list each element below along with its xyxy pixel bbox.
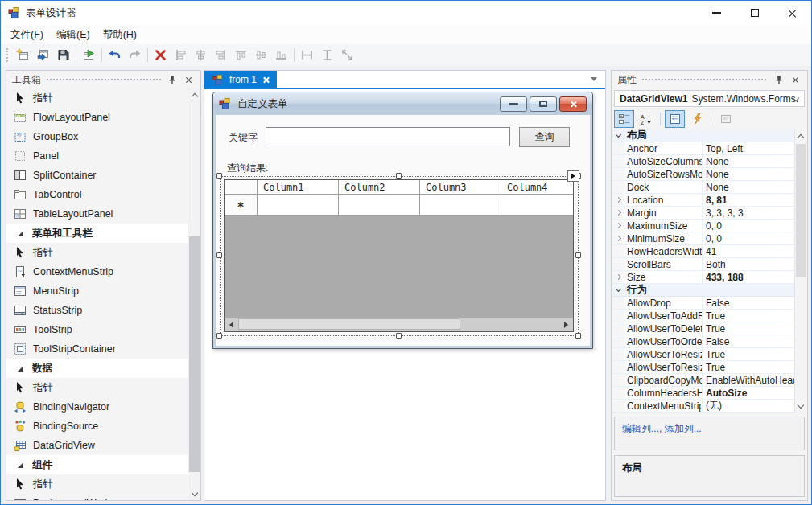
delete-button[interactable] [150, 46, 171, 64]
expand-chevron-icon[interactable] [615, 197, 620, 203]
grid-row-header[interactable]: * [225, 195, 258, 216]
categorized-button[interactable] [614, 110, 634, 128]
grid-column-header[interactable]: Column1 [258, 180, 339, 195]
property-row[interactable]: ScrollBarsBoth [612, 258, 794, 271]
toolbox-item-bindingnavigator[interactable]: BindingNavigator [6, 397, 188, 417]
resize-handle[interactable] [216, 333, 222, 339]
toolbox-item-pointer[interactable]: 指针 [6, 378, 188, 397]
scroll-up-icon[interactable] [188, 90, 200, 102]
form-client-area[interactable]: 关键字 查询 查询结果: Column1 Column2 Column3 Col… [216, 115, 590, 346]
properties-scrollbar[interactable] [794, 129, 806, 413]
grid-column-header[interactable]: Column2 [339, 180, 420, 195]
property-row[interactable]: ContextMenuStrip(无) [612, 400, 794, 413]
properties-header[interactable]: 属性 [612, 71, 807, 88]
keyword-input[interactable] [266, 127, 510, 146]
object-selector[interactable]: DataGridView1 System.Windows.Forms. [614, 90, 805, 107]
property-category-row[interactable]: 行为 [612, 284, 794, 297]
scrollbar-thumb[interactable] [238, 318, 460, 330]
property-row[interactable]: Size433, 188 [612, 271, 794, 284]
same-height-button[interactable] [317, 46, 337, 64]
scrollbar-thumb[interactable] [189, 236, 200, 472]
expand-chevron-icon[interactable] [615, 236, 620, 241]
datagridview-control[interactable]: Column1 Column2 Column3 Column4 * [224, 179, 574, 332]
expand-chevron-icon[interactable] [615, 223, 620, 228]
toolbox-section-menus[interactable]: 菜单和工具栏 [6, 224, 188, 243]
redo-button[interactable] [125, 46, 145, 64]
open-form-button[interactable] [33, 46, 53, 64]
menu-file[interactable]: 文件(F) [4, 26, 50, 44]
designed-form[interactable]: 自定义表单 关键字 查询 查询结果: Column1 Column2 [212, 92, 593, 349]
align-tops-button[interactable] [231, 46, 251, 64]
toolbox-item-pointer[interactable]: 指针 [6, 474, 188, 494]
pin-icon[interactable] [166, 74, 178, 86]
resize-handle[interactable] [575, 252, 581, 258]
expand-chevron-icon[interactable] [615, 210, 620, 216]
form-titlebar[interactable]: 自定义表单 [213, 92, 592, 115]
scrollbar-thumb[interactable] [796, 144, 806, 277]
grid-cell[interactable] [420, 195, 501, 216]
alphabetical-sort-button[interactable]: AZ [636, 110, 656, 128]
scroll-up-icon[interactable] [795, 131, 806, 143]
toolbox-item-menustrip[interactable]: MenuStrip [6, 281, 188, 301]
document-list-dropdown-icon[interactable] [591, 77, 597, 81]
add-column-link[interactable]: 添加列... [665, 423, 702, 434]
property-row[interactable]: MinimumSize0, 0 [612, 232, 794, 245]
toolbox-item-pointer[interactable]: 指针 [6, 243, 188, 262]
run-button[interactable] [79, 46, 99, 64]
scroll-down-icon[interactable] [795, 399, 806, 411]
toolbox-item-groupbox[interactable]: xyGroupBox [6, 127, 188, 146]
grid-new-row[interactable]: * [225, 195, 573, 216]
close-panel-button[interactable] [789, 74, 802, 86]
expand-chevron-icon[interactable] [615, 274, 620, 280]
undo-button[interactable] [105, 46, 125, 64]
toolbox-item-tabcontrol[interactable]: TabControl [6, 185, 188, 204]
property-row[interactable]: AllowDropFalse [612, 297, 794, 310]
resize-handle[interactable] [396, 333, 402, 339]
window-minimize-button[interactable] [698, 1, 736, 25]
toolbox-item-flowlayoutpanel[interactable]: FlowLayoutPanel [6, 108, 188, 127]
property-row[interactable]: AutoSizeColumnsINone [612, 155, 794, 168]
align-rights-button[interactable] [211, 46, 231, 64]
toolbox-header[interactable]: 工具箱 [6, 71, 200, 88]
property-row[interactable]: ClipboardCopyMoEnableWithAutoHeade [612, 374, 794, 387]
property-row[interactable]: DockNone [612, 181, 794, 194]
align-middles-button[interactable] [251, 46, 271, 64]
document-tab[interactable]: from 1 [204, 71, 277, 88]
toolbox-item-datagridview[interactable]: DataGridView [6, 436, 188, 455]
resize-handle[interactable] [575, 333, 581, 339]
same-width-button[interactable] [297, 46, 317, 64]
tab-close-icon[interactable] [262, 76, 269, 83]
align-bottoms-button[interactable] [271, 46, 291, 64]
grid-column-header[interactable]: Column3 [420, 180, 501, 195]
grid-cell[interactable] [339, 195, 420, 216]
form-maximize-button[interactable] [530, 96, 557, 112]
toolbox-section-data[interactable]: 数据 [6, 359, 188, 378]
smart-tag-button[interactable] [567, 170, 579, 182]
toolbox-scrollbar[interactable] [188, 88, 200, 500]
grid-cell[interactable] [501, 195, 574, 216]
close-panel-button[interactable] [183, 74, 195, 86]
events-button[interactable] [686, 110, 707, 128]
toolbox-item-backgroundworker[interactable]: BackgroundWorker [6, 494, 188, 500]
toolbox-item-panel[interactable]: Panel [6, 146, 188, 166]
align-centers-button[interactable] [191, 46, 211, 64]
toolbox-item-toolstrip[interactable]: ToolStrip [6, 320, 188, 339]
toolbox-item-tablelayoutpanel[interactable]: TableLayoutPanel [6, 204, 188, 224]
property-row[interactable]: MaximumSize0, 0 [612, 220, 794, 232]
form-minimize-button[interactable] [500, 96, 527, 112]
grid-cell[interactable] [258, 195, 339, 216]
grid-corner-cell[interactable] [225, 180, 258, 195]
property-row[interactable]: RowHeadersWidtl41 [612, 245, 794, 258]
resize-handle[interactable] [216, 173, 222, 179]
query-button[interactable]: 查询 [519, 127, 570, 147]
property-row[interactable]: AllowUserToAddRTrue [612, 310, 794, 322]
property-row[interactable]: AllowUserToResizTrue [612, 361, 794, 374]
toolbox-section-components[interactable]: 组件 [6, 455, 188, 474]
property-row[interactable]: AllowUserToDeletTrue [612, 322, 794, 335]
form-close-button[interactable] [559, 96, 587, 112]
toolbox-item-statusstrip[interactable]: StatusStrip [6, 301, 188, 320]
edit-columns-link[interactable]: 编辑列... [622, 423, 659, 434]
save-button[interactable] [53, 46, 73, 64]
toolbox-item-pointer[interactable]: 指针 [6, 88, 188, 108]
scroll-right-icon[interactable] [559, 318, 573, 331]
